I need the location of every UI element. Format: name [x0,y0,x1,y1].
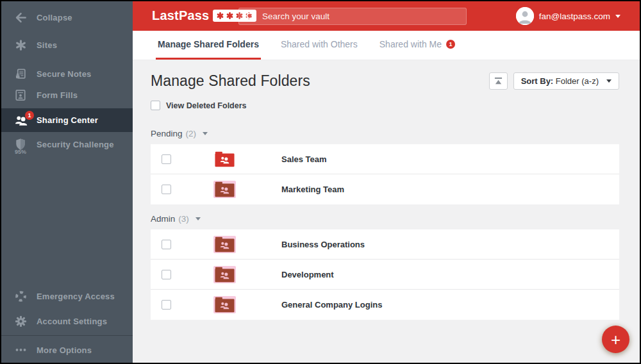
sidebar-item-secure-notes[interactable]: Secure Notes [1,63,133,84]
icon-cell [204,266,244,283]
sidebar-item-more-options[interactable]: More Options [1,340,133,360]
icon-cell [204,236,244,253]
row-checkbox[interactable] [162,185,171,194]
add-shared-folder-button[interactable]: + [602,326,629,353]
sharing-people-icon: 1 [12,115,29,126]
tab-shared-with-others[interactable]: Shared with Others [279,31,360,60]
sort-dropdown[interactable]: Sort By: Folder (a-z) [513,72,619,90]
group-header-admin[interactable]: Admin (3) [151,214,619,224]
search-input[interactable] [262,12,460,21]
sidebar-item-label: Collapse [37,13,72,22]
sidebar-item-label: Account Settings [37,317,107,326]
group-name: Admin [151,214,175,224]
row-checkbox[interactable] [162,270,171,279]
form-fill-icon [12,89,29,101]
sidebar-item-sharing-center[interactable]: 1 Sharing Center [1,108,133,132]
content-header: Manage Shared Folders Sort By: Folder (a… [151,72,619,90]
group-name: Pending [151,129,183,138]
sidebar-divider [1,335,133,336]
shared-folder-icon [213,151,236,168]
chevron-down-icon [196,217,201,220]
folder-name: General Company Logins [281,300,382,310]
folder-list-pending: Sales Team Marketing Team [151,144,619,204]
chevron-down-icon [615,15,620,18]
sidebar-item-label: More Options [37,345,92,355]
security-score: 95% [12,149,29,155]
shared-folder-icon [213,236,236,253]
account-email: fan@lastpass.com [539,12,610,21]
folder-name: Development [281,270,334,279]
sharing-center-badge: 1 [25,111,34,120]
sidebar-item-label: Security Challenge [37,140,114,149]
view-deleted-folders-toggle[interactable]: View Deleted Folders [151,101,619,110]
sidebar-item-label: Sharing Center [37,115,98,125]
folder-row[interactable]: Marketing Team [151,174,619,204]
group-count: (3) [178,214,189,224]
icon-cell [204,181,244,198]
sidebar: Collapse Sites Secure Notes Form Fills 1 [1,1,133,363]
tab-shared-with-me[interactable]: Shared with Me 1 [378,31,457,60]
tab-manage-shared-folders[interactable]: Manage Shared Folders [156,31,261,60]
sidebar-item-security-challenge[interactable]: Security Challenge 95% [1,134,133,154]
header-controls: Sort By: Folder (a-z) [489,72,619,90]
collapse-all-icon [494,77,503,85]
search-icon [246,12,256,22]
chevron-down-icon [203,132,208,135]
account-menu[interactable]: fan@lastpass.com [516,7,620,25]
arrow-left-icon [12,12,29,24]
folder-name: Sales Team [281,154,327,164]
sidebar-item-label: Secure Notes [37,69,92,79]
sidebar-item-form-fills[interactable]: Form Fills [1,85,133,105]
gear-icon [12,315,29,327]
sidebar-item-label: Sites [37,40,57,50]
folder-row[interactable]: General Company Logins [151,290,619,320]
avatar [516,7,534,25]
collapse-all-button[interactable] [489,72,508,90]
topbar: LastPass fan@lastpass.com [133,1,640,31]
ellipsis-icon [12,348,29,352]
sidebar-item-sites[interactable]: Sites [1,35,133,55]
chevron-down-icon [606,79,612,83]
lastpass-logo-text: LastPass [152,8,209,23]
sort-value: Folder (a-z) [556,76,599,86]
sort-label: Sort By: [521,76,554,86]
tab-label: Manage Shared Folders [158,39,259,49]
folder-name: Business Operations [281,240,365,249]
shared-folder-icon [213,266,236,283]
sidebar-item-collapse[interactable]: Collapse [1,7,133,28]
sidebar-item-label: Emergency Access [37,292,115,301]
folder-list-admin: Business Operations Development [151,229,619,320]
sidebar-item-emergency-access[interactable]: Emergency Access [1,286,133,306]
lastpass-vault-window: Collapse Sites Secure Notes Form Fills 1 [0,0,641,364]
group-header-pending[interactable]: Pending (2) [151,129,619,138]
secure-note-icon [12,68,29,80]
icon-cell [204,296,244,313]
main-content: Manage Shared Folders Sort By: Folder (a… [133,60,640,363]
page-title: Manage Shared Folders [151,72,310,90]
vault-search [238,8,467,25]
tab-bar: Manage Shared Folders Shared with Others… [133,31,640,60]
icon-cell [204,151,244,168]
folder-name: Marketing Team [281,185,344,194]
tab-label: Shared with Me [379,39,442,49]
shared-with-me-badge: 1 [446,40,455,49]
view-deleted-checkbox[interactable] [151,101,160,110]
life-ring-icon [12,290,29,302]
row-checkbox[interactable] [162,154,171,164]
shared-folder-icon [213,181,236,198]
folder-row[interactable]: Sales Team [151,144,619,174]
asterisk-icon [12,39,29,51]
row-checkbox[interactable] [162,240,171,249]
folder-row[interactable]: Development [151,260,619,290]
shared-folder-icon [213,296,236,313]
row-checkbox[interactable] [162,300,171,310]
tab-label: Shared with Others [281,39,358,49]
sidebar-item-account-settings[interactable]: Account Settings [1,311,133,331]
sidebar-item-label: Form Fills [37,90,78,100]
view-deleted-label: View Deleted Folders [166,101,247,110]
folder-row[interactable]: Business Operations [151,229,619,260]
group-count: (2) [186,129,197,138]
